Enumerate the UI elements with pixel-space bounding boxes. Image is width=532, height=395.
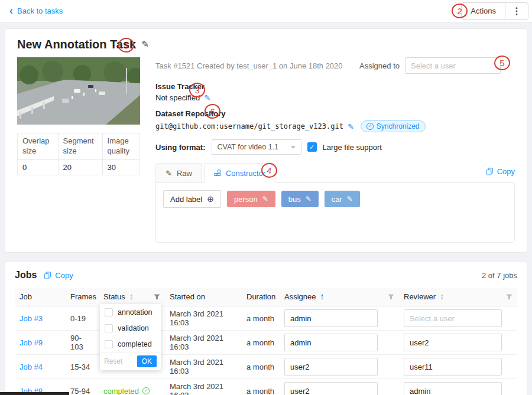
table-row: Job #3 0-19 March 3rd 2021 16:03 a month: [15, 306, 517, 331]
task-info-column: Task #1521 Created by test_user_1 on Jun…: [155, 57, 515, 243]
edit-issue-tracker-icon[interactable]: ✎: [204, 93, 210, 102]
started-cell: March 3rd 2021 16:03: [165, 355, 242, 379]
job-link[interactable]: Job #9: [20, 338, 43, 347]
reviewer-sort-icon[interactable]: ▲ ▼: [440, 293, 444, 301]
filter-option-annotation-label: annotation: [118, 308, 152, 316]
caret-down-icon: ▼: [129, 297, 134, 301]
assignee-sort-icon[interactable]: ▲ ▼: [320, 293, 324, 301]
task-meta-text: Task #1521 Created by test_user_1 on Jun…: [155, 61, 343, 70]
status-filter-icon[interactable]: [154, 293, 160, 300]
sync-status-label: Synchronized: [377, 122, 420, 130]
caret-down-icon: ▼: [320, 297, 324, 301]
duration-cell: a month: [242, 331, 280, 355]
filter-option-validation[interactable]: validation: [100, 320, 161, 336]
task-preview-column: Overlap size Segment size Image quality …: [17, 57, 140, 243]
task-parameters-table: Overlap size Segment size Image quality …: [17, 133, 140, 175]
jobs-count: 2 of 7 jobs: [482, 271, 517, 280]
table-row: Job #4 15-34 March 3rd 2021 16:03 a mont…: [15, 355, 517, 379]
raw-tab-pencil-icon: ✎: [166, 169, 172, 178]
status-completed-text: completed: [103, 387, 139, 395]
using-format-label: Using format:: [155, 143, 206, 152]
assignee-filter-icon[interactable]: [388, 293, 394, 300]
format-select[interactable]: CVAT for video 1.1: [212, 139, 301, 155]
filter-ok-button[interactable]: OK: [137, 355, 157, 367]
filter-reset-button[interactable]: Reset: [104, 357, 122, 365]
dataset-repository-url: git@github.com:username/git_storage_v123…: [155, 122, 343, 130]
filter-option-completed[interactable]: completed: [100, 336, 161, 352]
frames-cell: 0-19: [66, 306, 99, 331]
large-file-support-checkbox[interactable]: ✓: [307, 142, 317, 152]
large-file-support-label: Large file support: [323, 143, 382, 152]
param-header-quality: Image quality: [102, 133, 140, 160]
assignee-input[interactable]: [284, 334, 378, 351]
param-header-overlap: Overlap size: [18, 133, 59, 160]
task-thumbnail: [17, 57, 140, 125]
status-sort-icon[interactable]: ▲ ▼: [129, 293, 134, 301]
edit-label-person-icon[interactable]: ✎: [262, 195, 268, 203]
chevron-left-icon: ‹: [9, 5, 13, 16]
completed-checkbox[interactable]: [105, 340, 113, 348]
column-job: Job: [15, 288, 66, 306]
tab-constructor-label: Constructor: [226, 169, 265, 178]
duration-cell: a month: [242, 355, 280, 379]
reviewer-input[interactable]: [404, 358, 502, 376]
label-tag-person-name: person: [234, 195, 258, 204]
jobs-header-row: Job Frames Status ▲ ▼ Started on: [15, 288, 517, 306]
bottom-scrollbar-strip[interactable]: [0, 392, 69, 395]
actions-button-group: Actions ⋮: [461, 2, 528, 20]
job-link[interactable]: Job #3: [20, 314, 43, 323]
column-status: Status ▲ ▼: [99, 288, 165, 306]
assignee-input[interactable]: [284, 382, 378, 395]
reviewer-input[interactable]: [404, 334, 502, 351]
started-cell: March 3rd 2021 16:03: [165, 306, 242, 331]
duration-cell: a month: [242, 306, 280, 331]
add-label-button[interactable]: Add label ⊕: [163, 190, 221, 208]
param-header-segment: Segment size: [58, 133, 102, 160]
constructor-icon: [214, 169, 221, 177]
copy-icon: [486, 168, 494, 175]
issue-tracker-label: Issue Tracker: [155, 82, 515, 91]
validation-checkbox[interactable]: [105, 324, 113, 332]
edit-title-icon[interactable]: ✎: [141, 39, 149, 50]
sync-status-badge: ✓ Synchronized: [361, 120, 426, 132]
label-tag-car[interactable]: car ✎: [325, 191, 360, 207]
param-value-segment: 20: [58, 159, 102, 175]
copy-labels-link[interactable]: Copy: [486, 167, 515, 176]
assignee-input[interactable]: [284, 358, 378, 376]
edit-label-bus-icon[interactable]: ✎: [306, 195, 312, 203]
caret-down-icon: ▼: [440, 297, 444, 301]
edit-label-car-icon[interactable]: ✎: [347, 195, 353, 203]
checkbox-check-icon: ✓: [309, 143, 314, 151]
back-to-tasks-link[interactable]: ‹ Back to tasks: [9, 6, 63, 16]
label-tag-bus[interactable]: bus ✎: [281, 191, 319, 207]
filter-option-annotation[interactable]: annotation: [100, 304, 161, 320]
column-assignee: Assignee ▲ ▼: [280, 288, 399, 306]
task-details-card: New Annotation Task ✎: [5, 28, 527, 253]
label-tag-person[interactable]: person ✎: [227, 191, 275, 207]
label-tag-car-name: car: [332, 195, 342, 204]
frames-cell: 75-94: [66, 379, 99, 395]
annotation-checkbox[interactable]: [105, 308, 113, 316]
actions-button[interactable]: Actions: [461, 2, 505, 20]
tab-raw[interactable]: ✎ Raw: [155, 163, 202, 183]
job-link[interactable]: Job #4: [20, 363, 43, 371]
jobs-card: Jobs Copy 2 of 7 jobs Job Frames Status: [5, 261, 527, 395]
assigned-to-label: Assigned to: [359, 61, 400, 70]
column-assignee-label: Assignee: [284, 292, 316, 301]
add-label-plus-icon: ⊕: [207, 194, 214, 204]
tab-raw-label: Raw: [177, 169, 192, 178]
reviewer-filter-icon[interactable]: [506, 293, 512, 300]
frames-cell: 15-34: [66, 355, 99, 379]
edit-repository-icon[interactable]: ✎: [348, 122, 354, 131]
duration-cell: a month: [242, 379, 280, 395]
assignee-input[interactable]: [284, 309, 378, 327]
add-label-text: Add label: [170, 195, 202, 204]
filter-option-completed-label: completed: [118, 340, 152, 348]
copy-jobs-link[interactable]: Copy: [44, 271, 73, 280]
reviewer-input[interactable]: [404, 309, 502, 327]
table-row: Job #8 75-94 completed ✓ March 3rd 2021 …: [15, 379, 517, 395]
kebab-menu-button[interactable]: ⋮: [505, 2, 528, 20]
jobs-table: Job Frames Status ▲ ▼ Started on: [15, 288, 517, 395]
assigned-to-input[interactable]: [405, 57, 501, 74]
reviewer-input[interactable]: [404, 382, 502, 395]
